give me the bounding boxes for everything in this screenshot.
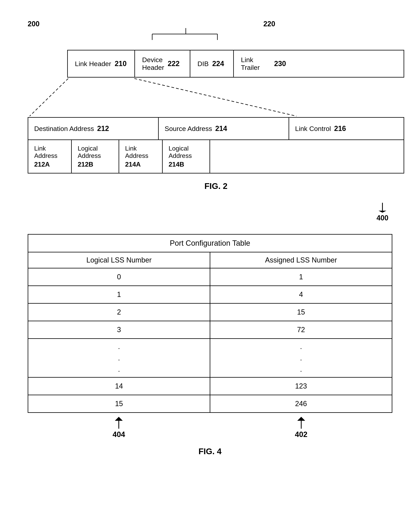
sub-cell-logical-214b: LogicalAddress 214B (163, 140, 210, 173)
arrow-402-svg (295, 417, 307, 429)
table-row-15: 15 246 (28, 395, 392, 412)
row3-col2: 72 (210, 321, 392, 338)
svg-line-5 (134, 79, 297, 116)
arrow-404-label: 404 (113, 430, 125, 439)
table-row-1: 1 4 (28, 286, 392, 304)
cell-link-trailer: Link Trailer 230 (234, 51, 293, 77)
arrow-402-label: 402 (295, 430, 307, 439)
arrow-404-svg (113, 417, 125, 429)
top-row: Link Header 210 DeviceHeader 222 DIB 224… (67, 50, 404, 78)
label-400: 400 (377, 214, 388, 222)
port-table-header: Logical LSS Number Assigned LSS Number (28, 252, 392, 269)
fig4-arrows: 404 402 (16, 417, 404, 439)
bracket-220-svg (67, 28, 304, 40)
sub-label-logical-214b: LogicalAddress (169, 145, 192, 159)
row2-col2: 15 (210, 304, 392, 321)
port-table-wrapper: Port Configuration Table Logical LSS Num… (28, 234, 392, 413)
label-220: 220 (263, 20, 275, 28)
port-col1-header: Logical LSS Number (28, 252, 210, 268)
row2-col1: 2 (28, 304, 210, 321)
arrow-404-container: 404 (113, 417, 125, 439)
cell-link-header-num: 210 (115, 60, 126, 68)
sub-cell-link-214a: LinkAddress 214A (119, 140, 163, 173)
table-row-2: 2 15 (28, 304, 392, 321)
fig4-caption: FIG. 4 (16, 447, 404, 456)
row14-col1: 14 (28, 378, 210, 395)
sub-label-link-212a: LinkAddress (34, 145, 57, 159)
sub-cell-empty (210, 140, 404, 173)
svg-marker-9 (115, 417, 123, 421)
arrow-400-svg (377, 203, 388, 213)
cell-link-control: Link Control 216 (289, 118, 366, 140)
cell-device-header-label: DeviceHeader (142, 56, 164, 71)
sub-num-212a: 212A (34, 161, 50, 168)
cell-dib-num: 224 (212, 60, 224, 68)
dots-col2: ... (210, 339, 392, 377)
fig2-container: 200 220 Link Header (28, 20, 404, 191)
bottom-row-top: Destination Address 212 Source Address 2… (28, 117, 404, 140)
table-row-3: 3 72 (28, 321, 392, 339)
cell-src-label: Source Address (165, 125, 212, 133)
row3-col1: 3 (28, 321, 210, 338)
cell-destination-address: Destination Address 212 (28, 118, 159, 140)
port-table-title: Port Configuration Table (28, 235, 392, 252)
dashed-connector-svg (28, 78, 384, 117)
sub-cell-logical-212b: LogicalAddress 212B (72, 140, 119, 173)
sub-num-214a: 214A (125, 161, 141, 168)
table-row-dots: ... ... (28, 339, 392, 378)
sub-label-link-214a: LinkAddress (125, 145, 148, 159)
cell-link-header: Link Header 210 (68, 51, 135, 77)
row15-col2: 246 (210, 395, 392, 412)
label-200: 200 (28, 20, 40, 28)
cell-device-header-num: 222 (168, 60, 180, 68)
dots-col1: ... (28, 339, 210, 377)
row1-col1: 1 (28, 286, 210, 303)
arrow-402-container: 402 (295, 417, 307, 439)
svg-marker-7 (378, 211, 386, 213)
bottom-diagram: Destination Address 212 Source Address 2… (28, 117, 404, 173)
svg-marker-11 (297, 417, 305, 421)
cell-link-trailer-label: Link Trailer (241, 56, 271, 71)
sub-num-212b: 212B (78, 161, 93, 168)
row15-col1: 15 (28, 395, 210, 412)
port-table: Port Configuration Table Logical LSS Num… (28, 234, 392, 413)
cell-dest-label: Destination Address (34, 125, 94, 133)
row14-col2: 123 (210, 378, 392, 395)
cell-link-ctrl-num: 216 (334, 124, 346, 133)
cell-dib: DIB 224 (190, 51, 234, 77)
table-row-0: 0 1 (28, 269, 392, 286)
cell-dib-label: DIB (197, 60, 209, 68)
cell-link-ctrl-label: Link Control (295, 125, 331, 133)
cell-link-trailer-num: 230 (274, 60, 286, 68)
row1-col2: 4 (210, 286, 392, 303)
fig2-caption: FIG. 2 (28, 181, 404, 191)
table-row-14: 14 123 (28, 378, 392, 395)
cell-device-header: DeviceHeader 222 (135, 51, 190, 77)
svg-line-4 (30, 79, 68, 116)
cell-src-num: 214 (215, 124, 227, 133)
bottom-row-bottom: LinkAddress 212A LogicalAddress 212B Lin… (28, 140, 404, 173)
page: 200 220 Link Header (0, 0, 420, 508)
fig4-container: 400 Port Configuration Table Logical LSS… (16, 203, 404, 456)
cell-dest-num: 212 (97, 124, 109, 133)
cell-source-address: Source Address 214 (159, 118, 289, 140)
sub-cell-link-212a: LinkAddress 212A (28, 140, 72, 173)
sub-num-214b: 214B (169, 161, 184, 168)
row0-col1: 0 (28, 269, 210, 285)
port-col2-header: Assigned LSS Number (210, 252, 392, 268)
row0-col2: 1 (210, 269, 392, 285)
sub-label-logical-212b: LogicalAddress (78, 145, 101, 159)
cell-link-header-label: Link Header (75, 60, 111, 68)
